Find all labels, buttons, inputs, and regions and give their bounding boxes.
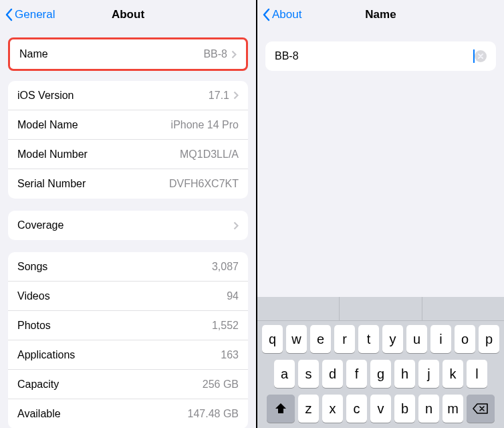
row-label: iOS Version (17, 90, 74, 102)
key-f[interactable]: f (346, 360, 367, 388)
row-label: Serial Number (17, 178, 86, 190)
key-w[interactable]: w (286, 325, 307, 353)
back-label: General (15, 8, 55, 21)
key-e[interactable]: e (310, 325, 331, 353)
row-label: Capacity (17, 379, 59, 391)
row-value: DVFH6XC7KT (169, 178, 239, 190)
key-x[interactable]: x (322, 395, 343, 423)
suggestion-slot[interactable] (257, 297, 340, 320)
about-screen: General About Name BB-8 iOS Version17.1M… (0, 0, 257, 428)
name-input[interactable]: BB-8 (275, 49, 475, 63)
row-label: Applications (17, 349, 75, 361)
shift-icon (274, 403, 287, 415)
clear-text-button[interactable] (475, 50, 487, 62)
back-button[interactable]: General (5, 8, 55, 21)
chevron-right-icon (233, 221, 239, 230)
shift-key[interactable] (267, 395, 295, 423)
info-row: Model NameiPhone 14 Pro (8, 110, 248, 140)
key-u[interactable]: u (406, 325, 427, 353)
key-a[interactable]: a (274, 360, 295, 388)
stats-row: Videos94 (8, 282, 248, 311)
navbar: About Name (257, 0, 504, 29)
chevron-right-icon (233, 91, 239, 100)
content-scroll[interactable]: Name BB-8 iOS Version17.1Model NameiPhon… (0, 29, 256, 428)
row-label: Model Name (17, 119, 78, 131)
row-value: 17.1 (209, 90, 229, 102)
chevron-right-icon (231, 50, 237, 59)
key-t[interactable]: t (358, 325, 379, 353)
backspace-icon (473, 403, 489, 415)
row-value: 256 GB (203, 379, 239, 391)
stats-row: Photos1,552 (8, 311, 248, 340)
key-h[interactable]: h (394, 360, 415, 388)
suggestion-slot[interactable] (340, 297, 422, 320)
key-s[interactable]: s (298, 360, 319, 388)
info-row[interactable]: iOS Version17.1 (8, 81, 248, 110)
coverage-label: Coverage (17, 219, 64, 231)
name-input-container[interactable]: BB-8 (265, 41, 496, 71)
key-p[interactable]: p (479, 325, 499, 353)
row-label: Model Number (17, 148, 88, 160)
info-row: Serial NumberDVFH6XC7KT (8, 169, 248, 199)
keyboard-row: zxcvbnm (259, 395, 502, 423)
row-value: 1,552 (212, 320, 239, 332)
key-r[interactable]: r (334, 325, 355, 353)
row-label: Photos (17, 320, 51, 332)
chevron-left-icon (5, 8, 13, 21)
key-b[interactable]: b (394, 395, 415, 423)
info-row: Model NumberMQ1D3LL/A (8, 140, 248, 169)
keyboard: qwertyuiop asdfghjkl zxcvbnm (257, 297, 504, 428)
name-row[interactable]: Name BB-8 (10, 39, 246, 69)
key-n[interactable]: n (418, 395, 439, 423)
key-z[interactable]: z (298, 395, 319, 423)
x-icon (477, 53, 484, 60)
stats-row: Available147.48 GB (8, 399, 248, 428)
key-v[interactable]: v (370, 395, 391, 423)
row-label: Videos (17, 290, 50, 302)
keyboard-row: asdfghjkl (259, 360, 502, 388)
key-y[interactable]: y (382, 325, 403, 353)
keyboard-letter-row: zxcvbnm (298, 395, 463, 423)
row-value: 94 (227, 290, 239, 302)
suggestion-slot[interactable] (422, 297, 504, 320)
key-k[interactable]: k (443, 360, 463, 388)
backspace-key[interactable] (467, 395, 495, 423)
name-value: BB-8 (203, 48, 227, 60)
stats-row: Applications163 (8, 340, 248, 370)
row-value: iPhone 14 Pro (171, 119, 239, 131)
stats-row: Songs3,087 (8, 252, 248, 282)
key-l[interactable]: l (467, 360, 487, 388)
storage-stats-group: Songs3,087Videos94Photos1,552Application… (8, 252, 248, 428)
key-i[interactable]: i (430, 325, 451, 353)
suggestion-bar[interactable] (257, 297, 504, 321)
row-label: Available (17, 408, 61, 420)
row-label: Songs (17, 261, 47, 273)
name-edit-screen: About Name BB-8 qwertyuiop asdfghjkl zxc… (257, 0, 504, 428)
stats-row: Capacity256 GB (8, 370, 248, 399)
name-label: Name (19, 48, 48, 60)
key-d[interactable]: d (322, 360, 343, 388)
key-m[interactable]: m (443, 395, 463, 423)
device-info-group: iOS Version17.1Model NameiPhone 14 ProMo… (8, 81, 248, 199)
navbar: General About (0, 0, 256, 29)
key-q[interactable]: q (262, 325, 283, 353)
chevron-left-icon (263, 8, 271, 21)
back-label: About (272, 8, 301, 21)
row-value: 163 (221, 349, 239, 361)
row-value: 3,087 (212, 261, 239, 273)
back-button[interactable]: About (263, 8, 301, 21)
key-o[interactable]: o (455, 325, 475, 353)
coverage-row[interactable]: Coverage (8, 211, 248, 240)
row-value: 147.48 GB (188, 408, 239, 420)
key-g[interactable]: g (370, 360, 391, 388)
keyboard-row: qwertyuiop (259, 325, 502, 353)
row-value: MQ1D3LL/A (180, 148, 239, 160)
key-j[interactable]: j (418, 360, 439, 388)
coverage-group: Coverage (8, 211, 248, 240)
name-row-highlight: Name BB-8 (8, 37, 248, 71)
key-c[interactable]: c (346, 395, 367, 423)
